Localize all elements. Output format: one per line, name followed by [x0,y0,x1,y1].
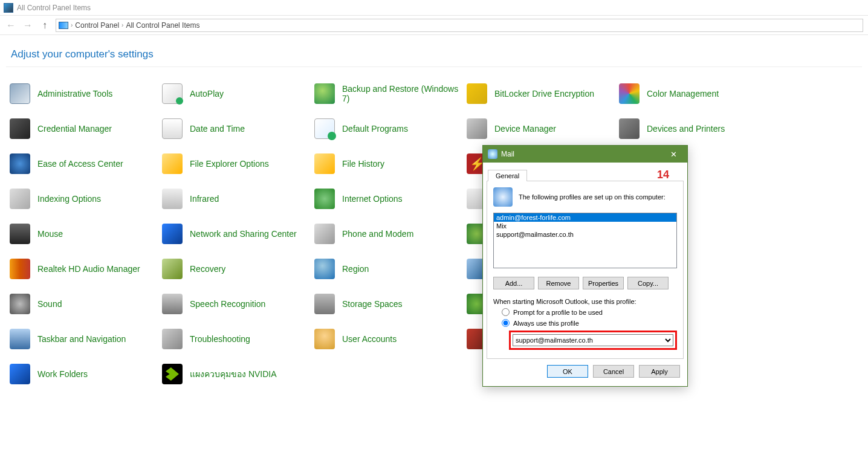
item-recovery[interactable]: Recovery [162,257,314,281]
item-taskbar-nav[interactable]: Taskbar and Navigation [10,327,162,351]
profile-item[interactable]: admin@forest-forlife.com [494,213,676,222]
autoplay-icon [162,83,183,104]
item-speech[interactable]: Speech Recognition [162,292,314,316]
taskbar-icon [10,329,30,349]
device-manager-icon [467,118,487,139]
item-user-accounts[interactable]: User Accounts [314,327,467,351]
ok-button[interactable]: OK [547,365,588,378]
copy-button[interactable]: Copy... [627,277,669,289]
backup-icon [314,83,335,104]
clock-icon [162,118,183,139]
item-troubleshooting[interactable]: Troubleshooting [162,327,314,351]
item-realtek[interactable]: Realtek HD Audio Manager [10,257,162,281]
item-devices-printers[interactable]: Devices and Printers [619,117,771,141]
radio-prompt-input[interactable] [502,308,510,316]
item-label: Storage Spaces [342,299,403,309]
nvidia-icon [162,364,183,384]
remove-button[interactable]: Remove [538,277,579,289]
item-administrative-tools[interactable]: Administrative Tools [10,82,162,106]
region-globe-icon [314,259,335,279]
properties-button[interactable]: Properties [583,277,624,289]
item-nvidia[interactable]: แผงควบคุมของ NVIDIA [162,362,314,386]
profile-item[interactable]: support@mailmaster.co.th [494,230,676,239]
item-label: Infrared [190,194,219,204]
item-label: Recovery [190,264,225,274]
cancel-button[interactable]: Cancel [593,365,634,378]
default-profile-select[interactable]: support@mailmaster.co.th [513,334,673,346]
item-storage-spaces[interactable]: Storage Spaces [314,292,467,316]
window-title: All Control Panel Items [17,4,91,12]
bitlocker-icon [467,83,487,104]
item-label: Realtek HD Audio Manager [37,264,140,274]
close-button[interactable]: ✕ [664,147,682,161]
network-icon [162,224,183,244]
item-phone-modem[interactable]: Phone and Modem [314,222,467,246]
storage-icon [314,294,335,314]
item-work-folders[interactable]: Work Folders [10,362,162,386]
item-default-programs[interactable]: Default Programs [314,117,467,141]
default-profile-highlight: support@mailmaster.co.th [509,331,677,350]
item-label: File History [342,159,384,169]
address-bar[interactable]: › Control Panel › All Control Panel Item… [56,19,863,32]
annotation-number: 14 [657,169,669,181]
profile-item[interactable]: Mix [494,222,676,230]
item-infrared[interactable]: Infrared [162,187,314,211]
dialog-title-bar[interactable]: Mail ✕ [483,146,687,163]
up-button[interactable]: ↑ [39,19,51,31]
work-folders-icon [10,364,30,384]
apply-button[interactable]: Apply [639,365,680,378]
back-button[interactable]: ← [5,19,17,31]
item-label: Date and Time [190,124,245,134]
item-internet-options[interactable]: Internet Options [314,187,467,211]
breadcrumb-current[interactable]: All Control Panel Items [126,21,199,30]
printers-icon [619,118,640,139]
item-file-history[interactable]: File History [314,152,467,176]
speaker-icon [10,294,30,314]
chevron-right-icon: › [71,22,73,28]
control-panel-grid: Administrative Tools AutoPlay Backup and… [0,67,868,386]
profiles-listbox[interactable]: admin@forest-forlife.com Mix support@mai… [493,213,677,268]
item-label: Taskbar and Navigation [37,334,126,344]
item-bitlocker[interactable]: BitLocker Drive Encryption [467,82,619,106]
control-panel-small-icon [59,22,68,29]
mouse-icon [10,224,30,244]
realtek-icon [10,259,30,279]
item-region[interactable]: Region [314,257,467,281]
dialog-title: Mail [501,150,514,158]
radio-prompt[interactable]: Prompt for a profile to be used [502,308,677,316]
item-label: Device Manager [494,124,556,134]
item-color-management[interactable]: Color Management [619,82,771,106]
item-label: Ease of Access Center [37,159,123,169]
folder-options-icon [162,153,183,174]
item-autoplay[interactable]: AutoPlay [162,82,314,106]
forward-button[interactable]: → [22,19,34,31]
startup-label: When starting Microsoft Outlook, use thi… [493,298,677,305]
profiles-icon [493,187,513,207]
item-label: Administrative Tools [37,89,112,98]
users-icon [314,329,335,349]
item-label: Phone and Modem [342,229,413,239]
tab-general[interactable]: General [488,170,527,181]
item-credential-manager[interactable]: Credential Manager [10,117,162,141]
item-indexing-options[interactable]: Indexing Options [10,187,162,211]
infrared-icon [162,189,183,209]
default-programs-icon [314,118,335,139]
radio-always[interactable]: Always use this profile [502,319,677,327]
item-label: Credential Manager [37,124,112,134]
item-sound[interactable]: Sound [10,292,162,316]
page-heading: Adjust your computer's settings [11,48,154,60]
item-file-explorer-options[interactable]: File Explorer Options [162,152,314,176]
item-ease-of-access[interactable]: Ease of Access Center [10,152,162,176]
item-device-manager[interactable]: Device Manager [467,117,619,141]
breadcrumb-root[interactable]: Control Panel [75,21,119,30]
troubleshooting-icon [162,329,183,349]
item-backup-restore[interactable]: Backup and Restore (Windows 7) [314,82,467,106]
radio-always-input[interactable] [502,319,510,327]
radio-prompt-label: Prompt for a profile to be used [513,309,603,316]
add-button[interactable]: Add... [493,277,534,289]
item-network-sharing[interactable]: Network and Sharing Center [162,222,314,246]
item-date-time[interactable]: Date and Time [162,117,314,141]
indexing-icon [10,189,30,209]
item-mouse[interactable]: Mouse [10,222,162,246]
item-label: Region [342,264,369,274]
